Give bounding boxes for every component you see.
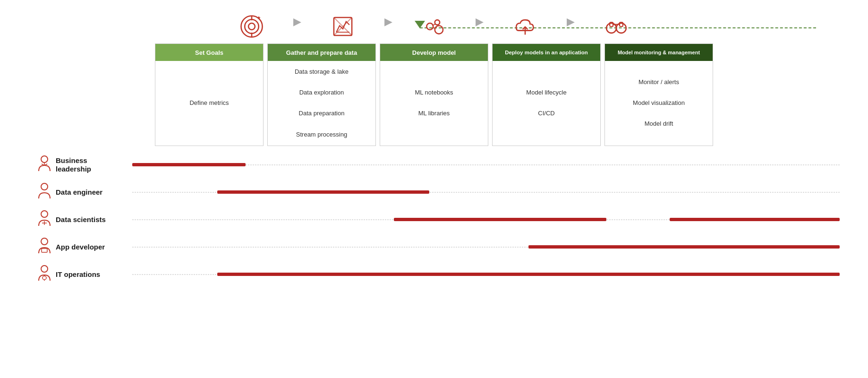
role-label-app-developer: App developer — [38, 237, 132, 257]
role-timeline-data-scientists — [132, 209, 840, 230]
svg-point-2 — [248, 23, 255, 30]
role-icon-app-developer — [38, 237, 51, 257]
svg-point-12 — [435, 26, 443, 34]
phase-header-monitor: Model monitoring & management — [605, 44, 713, 61]
phase-item-4-0: Monitor / alerts — [638, 77, 679, 87]
role-bar-data-scientists-1 — [394, 218, 606, 221]
role-icon-data-engineer — [38, 182, 51, 202]
role-row-business: Business leadership — [38, 155, 840, 175]
phase-header-label-0: Set Goals — [195, 49, 223, 56]
phase-header-develop: Develop model — [380, 44, 488, 61]
phase-item-3-1: CI/CD — [538, 108, 554, 119]
phase-item-1-3: Stream processing — [296, 129, 347, 140]
role-icon-business — [38, 155, 51, 174]
role-label-data-engineer: Data engineer — [38, 182, 132, 202]
arrow-2: ▶ — [384, 16, 392, 28]
role-bar-data-scientists-2 — [670, 218, 840, 221]
role-timeline-business — [132, 155, 840, 175]
phase-body-deploy: Model lifecycle CI/CD — [493, 61, 600, 146]
role-bar-it-operations — [217, 273, 840, 276]
svg-point-22 — [41, 156, 48, 163]
role-label-business: Business leadership — [38, 155, 132, 174]
phase-header-label-3: Deploy models in an application — [505, 50, 588, 55]
role-name-data-scientists: Data scientists — [56, 215, 106, 224]
arrow-1: ▶ — [293, 16, 301, 28]
phase-body-monitor: Monitor / alerts Model visualization Mod… — [605, 61, 713, 146]
role-name-business: Business leadership — [56, 156, 91, 173]
phase-header-label-4: Model monitoring & management — [618, 50, 700, 55]
phase-header-label-1: Gather and prepare data — [286, 49, 357, 56]
svg-point-26 — [41, 183, 48, 190]
svg-text:✦: ✦ — [256, 15, 261, 21]
role-row-data-scientists: Data scientists — [38, 209, 840, 230]
cloud-upload-icon — [513, 14, 537, 39]
arrow-4: ▶ — [567, 16, 575, 28]
phase-body-gather: Data storage & lake Data exploration Dat… — [268, 61, 375, 146]
role-timeline-app-developer — [132, 237, 840, 258]
phase-body-set-goals: Define metrics — [155, 61, 263, 146]
role-bar-app-developer — [528, 245, 840, 249]
role-bar-data-engineer — [217, 190, 429, 194]
svg-point-33 — [43, 276, 46, 280]
phase-monitor: Model monitoring & management Monitor / … — [604, 43, 713, 146]
phase-item-1-1: Data exploration — [299, 87, 344, 98]
green-arrow-down — [415, 21, 425, 28]
svg-rect-31 — [42, 249, 47, 252]
svg-point-11 — [435, 20, 440, 25]
chart-icon — [331, 14, 355, 39]
roles-section: Business leadership Data engineer — [28, 155, 840, 285]
phase-icon-set-goals: ✦ — [214, 14, 289, 39]
arrow-3: ▶ — [476, 16, 484, 28]
main-container: ✦ ▶ ▶ — [0, 0, 868, 378]
phase-icon-develop — [396, 14, 472, 39]
svg-point-32 — [41, 266, 48, 272]
top-area: ✦ ▶ ▶ — [28, 14, 840, 39]
phase-header-label-2: Develop model — [412, 49, 456, 56]
phase-item-2-0: ML notebooks — [415, 87, 453, 98]
phase-set-goals: Set Goals Define metrics — [155, 43, 264, 146]
phase-header-deploy: Deploy models in an application — [493, 44, 600, 61]
target-icon: ✦ — [239, 14, 264, 39]
phase-gather: Gather and prepare data Data storage & l… — [267, 43, 376, 146]
phase-item-1-2: Data preparation — [299, 108, 345, 119]
role-name-app-developer: App developer — [56, 243, 105, 251]
role-name-data-engineer: Data engineer — [56, 188, 102, 197]
molecules-icon — [422, 14, 446, 39]
svg-point-30 — [41, 238, 48, 245]
role-timeline-data-engineer — [132, 182, 840, 203]
phase-item-4-1: Model visualization — [633, 98, 685, 108]
phase-icon-gather — [305, 14, 381, 39]
phase-item-4-2: Model drift — [645, 119, 673, 129]
role-row-app-developer: App developer — [38, 237, 840, 258]
role-label-it-operations: IT operations — [38, 265, 132, 284]
role-timeline-it-operations — [132, 264, 840, 285]
role-row-data-engineer: Data engineer — [38, 182, 840, 203]
phase-body-develop: ML notebooks ML libraries — [380, 61, 488, 146]
role-name-it-operations: IT operations — [56, 270, 100, 279]
svg-point-1 — [245, 19, 258, 33]
phase-icon-deploy — [487, 14, 563, 39]
role-row-it-operations: IT operations — [38, 264, 840, 285]
phase-develop: Develop model ML notebooks ML libraries — [380, 43, 488, 146]
phase-item-2-1: ML libraries — [418, 108, 450, 119]
phase-header-set-goals: Set Goals — [155, 44, 263, 61]
role-icon-data-scientists — [38, 210, 51, 229]
phase-deploy: Deploy models in an application Model li… — [492, 43, 601, 146]
phase-item-3-0: Model lifecycle — [526, 87, 566, 98]
role-label-data-scientists: Data scientists — [38, 210, 132, 229]
role-icon-it-operations — [38, 265, 51, 284]
role-bar-business — [132, 163, 246, 166]
binoculars-icon — [604, 14, 629, 39]
svg-point-10 — [426, 23, 433, 30]
phase-header-gather: Gather and prepare data — [268, 44, 375, 61]
svg-point-27 — [41, 211, 48, 217]
phase-item-1-0: Data storage & lake — [295, 67, 349, 77]
phases-row: Set Goals Define metrics Gather and prep… — [28, 43, 840, 146]
phase-item-0-0: Define metrics — [189, 98, 229, 108]
pipeline-row: ✦ ▶ ▶ — [28, 14, 840, 39]
phase-icon-monitor — [579, 14, 654, 39]
